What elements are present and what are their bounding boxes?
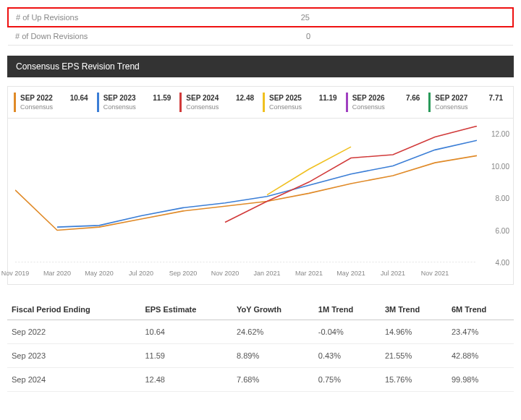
- table-cell: 21.55%: [381, 344, 447, 368]
- table-cell: -0.04%: [314, 320, 381, 344]
- table-cell: 42.88%: [447, 344, 514, 368]
- chart-legend: SEP 202210.64ConsensusSEP 202311.59Conse…: [7, 86, 514, 119]
- y-tick-label: 8.00: [496, 194, 509, 202]
- legend-value: 10.64: [70, 94, 88, 102]
- legend-label: SEP 2022: [20, 94, 53, 102]
- table-header: YoY Growth: [232, 299, 314, 320]
- table-cell: 8.89%: [232, 344, 314, 368]
- legend-value: 7.66: [406, 94, 420, 102]
- x-tick-label: Mar 2020: [43, 270, 71, 277]
- legend-label: SEP 2023: [103, 94, 136, 102]
- legend-sublabel: Consensus: [186, 103, 254, 111]
- chart-y-axis: 4.006.008.0010.0012.00: [480, 126, 513, 262]
- x-tick-label: Nov 2021: [421, 270, 449, 277]
- legend-label: SEP 2024: [186, 94, 219, 102]
- legend-label: SEP 2025: [269, 94, 302, 102]
- legend-item[interactable]: SEP 202210.64Consensus: [14, 93, 93, 112]
- x-tick-label: Nov 2020: [211, 270, 240, 277]
- x-tick-label: May 2020: [85, 270, 114, 277]
- table-cell: Sep 2024: [7, 368, 140, 392]
- table-cell: 12.48: [140, 368, 232, 392]
- y-tick-label: 6.00: [496, 226, 509, 234]
- down-revisions-value: 0: [294, 27, 513, 46]
- x-tick-label: Jul 2021: [381, 270, 405, 277]
- legend-label: SEP 2026: [352, 94, 385, 102]
- series-line: [57, 140, 477, 227]
- table-header: 6M Trend: [447, 299, 514, 320]
- table-row: Sep 202311.598.89%0.43%21.55%42.88%: [7, 344, 514, 368]
- down-revisions-label: # of Down Revisions: [8, 27, 294, 46]
- up-revisions-value: 25: [294, 8, 513, 27]
- down-revisions-row: # of Down Revisions 0: [8, 27, 513, 46]
- table-header: 3M Trend: [381, 299, 447, 320]
- table-cell: 0.43%: [314, 344, 381, 368]
- legend-item[interactable]: SEP 202412.48Consensus: [179, 93, 258, 112]
- legend-item[interactable]: SEP 202511.19Consensus: [263, 93, 342, 112]
- x-tick-label: Jul 2020: [129, 270, 153, 277]
- x-tick-label: Sep 2020: [169, 270, 198, 277]
- legend-value: 7.71: [489, 94, 503, 102]
- table-header: EPS Estimate: [140, 299, 232, 320]
- legend-item[interactable]: SEP 20277.71Consensus: [428, 93, 507, 112]
- y-tick-label: 10.00: [491, 162, 509, 170]
- x-tick-label: Mar 2021: [295, 270, 323, 277]
- table-cell: Sep 2022: [7, 320, 140, 344]
- eps-data-table: Fiscal Period EndingEPS EstimateYoY Grow…: [7, 299, 514, 392]
- legend-value: 11.19: [319, 94, 337, 102]
- section-header: Consensus EPS Revision Trend: [7, 56, 514, 77]
- table-header: Fiscal Period Ending: [7, 299, 140, 320]
- x-tick-label: Jan 2021: [253, 270, 280, 277]
- table-cell: 24.62%: [232, 320, 314, 344]
- table-cell: 11.59: [140, 344, 232, 368]
- table-cell: 10.64: [140, 320, 232, 344]
- table-cell: Sep 2023: [7, 344, 140, 368]
- legend-item[interactable]: SEP 20267.66Consensus: [346, 93, 425, 112]
- up-revisions-label: # of Up Revisions: [8, 8, 294, 27]
- legend-value: 11.59: [153, 94, 171, 102]
- chart-x-axis: Nov 2019Mar 2020May 2020Jul 2020Sep 2020…: [15, 266, 477, 284]
- legend-sublabel: Consensus: [269, 103, 337, 111]
- table-row: Sep 202412.487.68%0.75%15.76%99.98%: [7, 368, 514, 392]
- legend-value: 12.48: [236, 94, 254, 102]
- y-tick-label: 4.00: [496, 259, 509, 267]
- table-header: 1M Trend: [314, 299, 381, 320]
- legend-sublabel: Consensus: [352, 103, 420, 111]
- x-tick-label: May 2021: [336, 270, 365, 277]
- revisions-table: # of Up Revisions 25 # of Down Revisions…: [7, 7, 514, 46]
- table-cell: 15.76%: [381, 368, 447, 392]
- legend-item[interactable]: SEP 202311.59Consensus: [97, 93, 176, 112]
- y-tick-label: 12.00: [491, 130, 509, 138]
- legend-label: SEP 2027: [435, 94, 467, 102]
- chart-plot-area: [15, 126, 477, 262]
- legend-sublabel: Consensus: [435, 103, 503, 111]
- table-row: Sep 202210.6424.62%-0.04%14.96%23.47%: [7, 320, 514, 344]
- table-header-row: Fiscal Period EndingEPS EstimateYoY Grow…: [7, 299, 514, 320]
- series-line: [267, 147, 351, 194]
- legend-sublabel: Consensus: [20, 103, 88, 111]
- table-cell: 0.75%: [314, 368, 381, 392]
- table-cell: 14.96%: [381, 320, 447, 344]
- chart-svg: [15, 126, 477, 262]
- table-cell: 23.47%: [447, 320, 514, 344]
- table-cell: 7.68%: [232, 368, 314, 392]
- eps-revision-chart: 4.006.008.0010.0012.00 Nov 2019Mar 2020M…: [7, 119, 514, 285]
- x-tick-label: Nov 2019: [1, 270, 30, 277]
- up-revisions-row: # of Up Revisions 25: [8, 8, 513, 27]
- legend-sublabel: Consensus: [103, 103, 171, 111]
- table-cell: 99.98%: [447, 368, 514, 392]
- series-line: [15, 155, 477, 230]
